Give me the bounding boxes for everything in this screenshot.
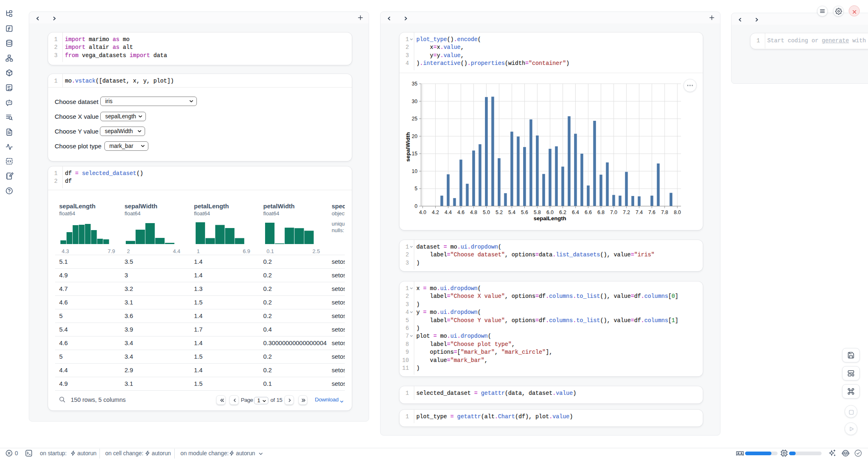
svg-text:5.8: 5.8 bbox=[534, 210, 541, 215]
svg-text:10: 10 bbox=[412, 168, 418, 174]
svg-text:5.4: 5.4 bbox=[508, 210, 515, 215]
svg-text:6.4: 6.4 bbox=[572, 210, 579, 215]
svg-text:15: 15 bbox=[412, 151, 418, 157]
svg-text:7.4: 7.4 bbox=[636, 210, 643, 215]
svg-text:30: 30 bbox=[412, 99, 418, 104]
svg-text:8.0: 8.0 bbox=[674, 210, 681, 215]
svg-text:7.0: 7.0 bbox=[610, 210, 617, 215]
svg-text:0: 0 bbox=[415, 203, 418, 209]
svg-text:20: 20 bbox=[412, 134, 418, 139]
svg-text:6.6: 6.6 bbox=[585, 210, 592, 215]
svg-text:4.4: 4.4 bbox=[445, 210, 452, 215]
svg-text:4.8: 4.8 bbox=[470, 210, 477, 215]
svg-text:4.2: 4.2 bbox=[432, 210, 439, 215]
svg-text:6.2: 6.2 bbox=[559, 210, 566, 215]
svg-text:4.0: 4.0 bbox=[419, 210, 426, 215]
svg-text:7.8: 7.8 bbox=[661, 210, 668, 215]
svg-text:sepalWidth: sepalWidth bbox=[405, 132, 411, 162]
svg-text:sepalLength: sepalLength bbox=[533, 215, 566, 221]
svg-text:35: 35 bbox=[412, 81, 418, 87]
svg-text:5.0: 5.0 bbox=[483, 210, 490, 215]
svg-text:5.2: 5.2 bbox=[496, 210, 503, 215]
svg-text:25: 25 bbox=[412, 116, 418, 122]
svg-text:5.6: 5.6 bbox=[521, 210, 528, 215]
svg-text:6.8: 6.8 bbox=[598, 210, 605, 215]
svg-text:6.0: 6.0 bbox=[547, 210, 554, 215]
svg-text:4.6: 4.6 bbox=[457, 210, 464, 215]
svg-text:7.6: 7.6 bbox=[648, 210, 655, 215]
svg-text:5: 5 bbox=[415, 186, 418, 191]
svg-text:7.2: 7.2 bbox=[623, 210, 630, 215]
